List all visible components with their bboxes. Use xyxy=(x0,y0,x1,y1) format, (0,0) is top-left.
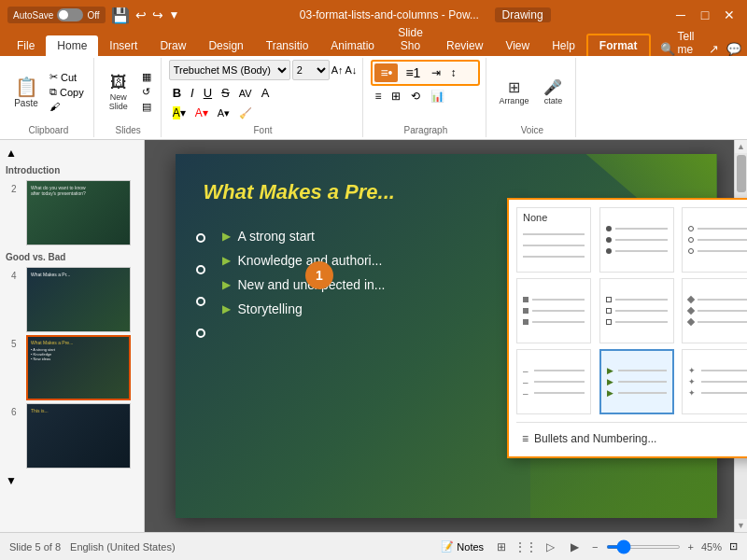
slide-sorter-button[interactable]: ⋮⋮ xyxy=(515,537,536,557)
filled-square-line-1 xyxy=(523,296,585,303)
slideshow-button[interactable]: ▶ xyxy=(564,537,585,557)
slide-thumbnail-4[interactable]: 4 What Makes a Pr... xyxy=(11,267,133,332)
font-family-select[interactable]: Trebuchet MS (Body) xyxy=(169,60,290,80)
undo-icon[interactable]: ↩ xyxy=(135,7,147,22)
reset-button[interactable]: ↺ xyxy=(138,85,155,99)
customize-icon[interactable]: ▼ xyxy=(169,8,180,21)
bullet-style-outline-square[interactable] xyxy=(599,278,674,343)
section-button[interactable]: ▤ xyxy=(138,100,155,114)
zoom-in-icon[interactable]: + xyxy=(688,541,694,553)
slide-image-6[interactable]: This is... xyxy=(26,403,131,469)
outline-circle-line-1 xyxy=(688,225,747,232)
font-size-select[interactable]: 2 xyxy=(292,60,330,80)
outline-square-line-3 xyxy=(606,318,668,326)
decrease-font-button[interactable]: A↓ xyxy=(345,64,358,76)
slides-buttons: 🖼 NewSlide ▦ ↺ ▤ xyxy=(102,60,155,123)
tab-transitions[interactable]: Transitio xyxy=(255,35,320,56)
slide-image-5[interactable]: What Makes a Pre... • A strong start • K… xyxy=(26,335,131,400)
bullet-style-star[interactable]: ✦ ✦ ✦ xyxy=(682,349,747,414)
close-button[interactable]: ✕ xyxy=(719,5,740,25)
tab-home[interactable]: Home xyxy=(46,35,98,56)
maximize-button[interactable]: □ xyxy=(695,5,715,25)
bullet-style-none[interactable]: None xyxy=(516,207,591,273)
tell-me-label[interactable]: Tell me xyxy=(678,30,698,56)
font-color-button[interactable]: A▾ xyxy=(191,105,212,120)
alignment-buttons: ≡ ⊞ ⟲ 📊 xyxy=(371,88,480,105)
italic-button[interactable]: I xyxy=(187,85,198,101)
clipboard-buttons: 📋 Paste ✂ Cut ⧉ Copy 🖌 xyxy=(9,60,88,123)
bullet-style-arrow[interactable]: ▶ ▶ ▶ xyxy=(599,349,674,414)
character-spacing-button[interactable]: AV xyxy=(235,87,256,100)
redo-icon[interactable]: ↪ xyxy=(152,7,163,22)
notes-button[interactable]: 📝 Notes xyxy=(441,540,484,553)
fit-window-button[interactable]: ⊡ xyxy=(729,540,738,553)
comments-icon[interactable]: 💬 xyxy=(726,42,741,56)
highlight-color-button[interactable]: A▾ xyxy=(169,105,190,120)
zoom-out-icon[interactable]: − xyxy=(592,541,598,553)
format-painter-button[interactable]: 🖌 xyxy=(46,100,88,113)
slide-image-2[interactable]: What do you want to knowafter today's pr… xyxy=(26,180,131,245)
slide-panel-scroll-down[interactable]: ▼ xyxy=(4,472,19,489)
tab-help[interactable]: Help xyxy=(541,35,586,56)
numbered-list-button[interactable]: ≡1 xyxy=(400,63,426,82)
bullet-list-button[interactable]: ≡• xyxy=(374,63,398,82)
new-slide-button[interactable]: 🖼 NewSlide xyxy=(102,70,135,114)
paste-button[interactable]: 📋 Paste xyxy=(9,73,43,111)
arrange-button[interactable]: ⊞ Arrange xyxy=(494,76,533,108)
tab-review[interactable]: Review xyxy=(435,35,494,56)
slide-image-4[interactable]: What Makes a Pr... xyxy=(26,267,131,332)
outline-circle-line-3 xyxy=(688,247,747,255)
bullet-style-filled-square[interactable] xyxy=(516,278,591,343)
indent-more-button[interactable]: ⇥ xyxy=(428,63,444,82)
slide-thumbnail-6[interactable]: 6 This is... xyxy=(11,403,133,469)
slide-thumbnail-2[interactable]: 2 What do you want to knowafter today's … xyxy=(11,180,133,245)
slide-panel-scroll-up[interactable]: ▲ xyxy=(4,145,19,161)
tab-format[interactable]: Format xyxy=(586,34,651,56)
smart-art-button[interactable]: 📊 xyxy=(427,88,448,105)
tab-insert[interactable]: Insert xyxy=(98,35,148,56)
clear-formatting-button[interactable]: 🧹 xyxy=(235,106,256,120)
bullet-style-diamond[interactable] xyxy=(682,278,747,343)
tab-file[interactable]: File xyxy=(6,35,46,56)
search-icon[interactable]: 🔍 xyxy=(660,42,675,56)
zoom-slider[interactable] xyxy=(606,545,681,549)
slide-thumbnail-5[interactable]: 5 What Makes a Pre... • A strong start •… xyxy=(11,335,133,400)
copy-button[interactable]: ⧉ Copy xyxy=(46,85,88,99)
autosave-button[interactable]: AutoSave Off xyxy=(7,7,106,23)
diamond-line-1 xyxy=(688,296,747,303)
save-icon[interactable]: 💾 xyxy=(111,7,130,24)
cut-button[interactable]: ✂ Cut xyxy=(46,70,88,84)
line-spacing-button[interactable]: ↕ xyxy=(446,63,459,82)
status-right: 📝 Notes ⊞ ⋮⋮ ▷ ▶ − + 45% ⊡ xyxy=(441,537,738,557)
bullet-style-outline-circle[interactable] xyxy=(682,207,747,273)
bullet-style-filled-dot[interactable] xyxy=(599,207,674,273)
dictate-button[interactable]: 🎤 ctate xyxy=(536,76,570,108)
bold-button[interactable]: B xyxy=(169,85,185,101)
scroll-up-button[interactable]: ▲ xyxy=(735,140,748,153)
text-shadow-button[interactable]: A xyxy=(258,85,274,101)
underline-button[interactable]: U xyxy=(200,85,216,101)
normal-view-button[interactable]: ⊞ xyxy=(491,537,512,557)
align-left-button[interactable]: ≡ xyxy=(371,88,385,105)
font-size-up2-button[interactable]: A▾ xyxy=(214,106,233,120)
share-icon[interactable]: ↗ xyxy=(709,42,719,56)
text-direction-button[interactable]: ⟲ xyxy=(407,88,424,105)
increase-font-button[interactable]: A↑ xyxy=(331,64,344,76)
scroll-thumb[interactable] xyxy=(737,155,746,192)
tab-slideshow[interactable]: Slide Sho xyxy=(386,22,435,56)
tab-design[interactable]: Design xyxy=(197,35,254,56)
list-icon: ≡ xyxy=(522,432,529,445)
tab-draw[interactable]: Draw xyxy=(148,35,197,56)
bullets-numbering-button[interactable]: ≡ Bullets and Numbering... xyxy=(516,428,747,449)
tab-animations[interactable]: Animatio xyxy=(319,35,386,56)
notes-icon: 📝 xyxy=(441,540,454,553)
columns-button[interactable]: ⊞ xyxy=(388,88,404,105)
minimize-button[interactable]: ─ xyxy=(670,5,691,25)
autosave-toggle[interactable] xyxy=(57,8,83,21)
strikethrough-button[interactable]: S xyxy=(218,85,233,101)
scroll-down-button[interactable]: ▼ xyxy=(735,519,748,532)
layout-button[interactable]: ▦ xyxy=(138,70,155,84)
tab-view[interactable]: View xyxy=(494,35,541,56)
reading-view-button[interactable]: ▷ xyxy=(540,537,560,557)
bullet-style-dash[interactable]: – – – xyxy=(516,349,591,414)
